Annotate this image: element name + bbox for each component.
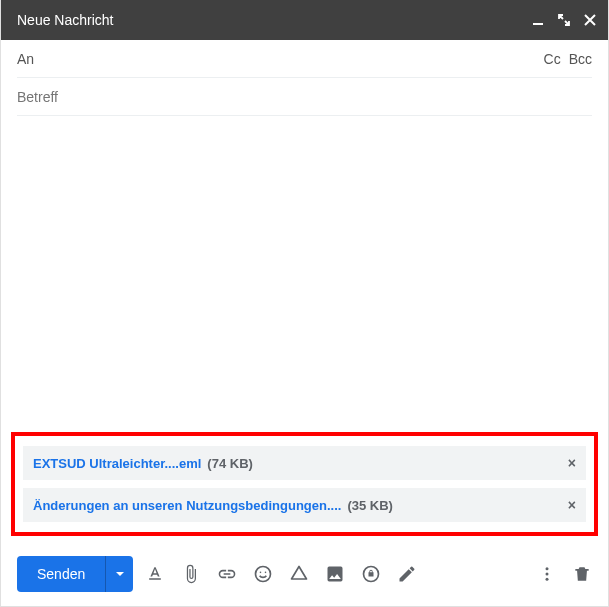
confidential-icon[interactable] [361, 564, 381, 584]
attachment-item[interactable]: EXTSUD Ultraleichter....eml (74 KB) × [23, 446, 586, 480]
bcc-button[interactable]: Bcc [569, 51, 592, 67]
attachments-highlight: EXTSUD Ultraleichter....eml (74 KB) × Än… [11, 432, 598, 536]
compose-window: Neue Nachricht An Cc Bcc [0, 0, 609, 607]
to-input[interactable] [42, 51, 543, 67]
svg-rect-0 [533, 23, 543, 25]
window-controls [532, 14, 596, 26]
attachment-name: EXTSUD Ultraleichter....eml [33, 456, 201, 471]
expand-icon[interactable] [558, 14, 570, 26]
compose-body[interactable] [1, 116, 608, 432]
cc-button[interactable]: Cc [544, 51, 561, 67]
close-icon[interactable] [584, 14, 596, 26]
trash-icon[interactable] [572, 564, 592, 584]
compose-footer: Senden [1, 546, 608, 606]
svg-point-4 [546, 567, 549, 570]
svg-point-5 [546, 573, 549, 576]
cc-bcc-controls: Cc Bcc [544, 51, 592, 67]
svg-point-3 [265, 572, 267, 574]
attachment-name: Änderungen an unseren Nutzungsbedingunge… [33, 498, 341, 513]
attachment-size: (74 KB) [207, 456, 253, 471]
emoji-icon[interactable] [253, 564, 273, 584]
subject-row[interactable] [17, 78, 592, 116]
image-icon[interactable] [325, 564, 345, 584]
attachment-item[interactable]: Änderungen an unseren Nutzungsbedingunge… [23, 488, 586, 522]
attachment-remove-icon[interactable]: × [568, 455, 576, 471]
minimize-icon[interactable] [532, 14, 544, 26]
more-icon[interactable] [538, 565, 556, 583]
send-options-dropdown[interactable] [105, 556, 133, 592]
attachment-remove-icon[interactable]: × [568, 497, 576, 513]
to-label: An [17, 51, 34, 67]
send-button[interactable]: Senden [17, 556, 105, 592]
compose-toolbar [145, 564, 417, 584]
svg-point-2 [260, 572, 262, 574]
pen-icon[interactable] [397, 564, 417, 584]
header-fields: An Cc Bcc [1, 40, 608, 116]
to-row[interactable]: An Cc Bcc [17, 40, 592, 78]
subject-input[interactable] [17, 89, 592, 105]
drive-icon[interactable] [289, 564, 309, 584]
send-group: Senden [17, 556, 133, 592]
titlebar: Neue Nachricht [1, 0, 608, 40]
text-format-icon[interactable] [145, 564, 165, 584]
link-icon[interactable] [217, 564, 237, 584]
footer-right-controls [538, 564, 592, 584]
window-title: Neue Nachricht [17, 12, 532, 28]
svg-point-6 [546, 578, 549, 581]
attach-icon[interactable] [181, 564, 201, 584]
svg-point-1 [256, 567, 271, 582]
attachment-size: (35 KB) [347, 498, 393, 513]
